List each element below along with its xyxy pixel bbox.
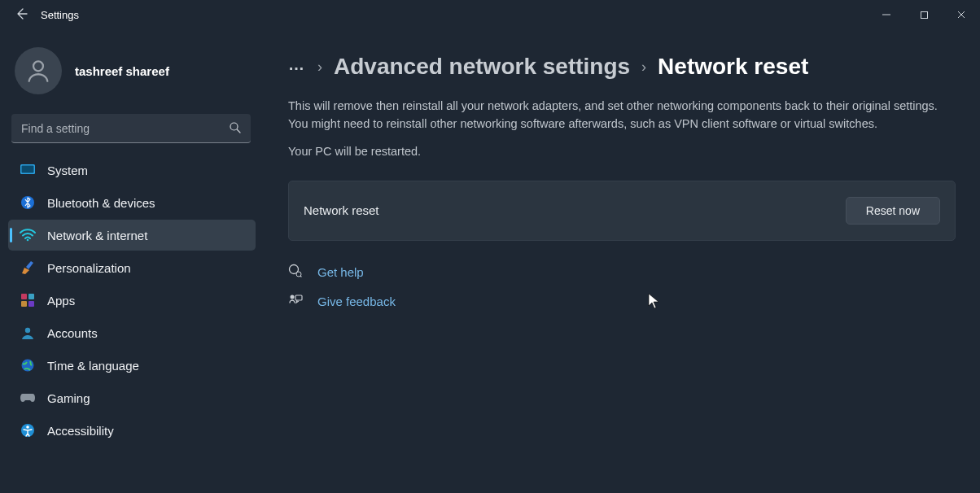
breadcrumb: … › Advanced network settings › Network … xyxy=(288,54,964,80)
window-controls xyxy=(868,0,980,29)
breadcrumb-more[interactable]: … xyxy=(288,55,306,79)
svg-point-18 xyxy=(26,425,29,429)
sidebar-item-apps[interactable]: Apps xyxy=(8,285,256,316)
minimize-button[interactable] xyxy=(868,0,905,29)
paintbrush-icon xyxy=(20,260,36,276)
sidebar-item-label: Gaming xyxy=(47,391,90,405)
chevron-right-icon: › xyxy=(317,59,322,76)
get-help-label[interactable]: Get help xyxy=(317,265,364,279)
description-text: This will remove then reinstall all your… xyxy=(288,98,956,133)
restart-note: Your PC will be restarted. xyxy=(288,145,964,158)
svg-rect-12 xyxy=(28,294,34,299)
svg-rect-13 xyxy=(21,301,27,307)
svg-point-21 xyxy=(296,272,301,277)
avatar xyxy=(15,47,62,94)
feedback-icon xyxy=(288,293,304,311)
svg-point-4 xyxy=(33,61,43,71)
svg-point-10 xyxy=(27,239,29,242)
back-button[interactable] xyxy=(7,7,36,23)
main-content: … › Advanced network settings › Network … xyxy=(260,29,980,493)
get-help-link[interactable]: Get help xyxy=(288,264,964,281)
sidebar-item-label: Bluetooth & devices xyxy=(47,196,155,210)
gamepad-icon xyxy=(20,390,36,406)
sidebar-item-system[interactable]: System xyxy=(8,155,256,185)
search-box[interactable] xyxy=(11,114,251,143)
person-icon xyxy=(24,57,52,85)
sidebar-item-personalization[interactable]: Personalization xyxy=(8,252,256,283)
svg-point-15 xyxy=(25,328,30,333)
card-label: Network reset xyxy=(304,203,379,217)
sidebar-item-gaming[interactable]: Gaming xyxy=(8,382,256,413)
svg-rect-1 xyxy=(921,11,927,18)
window-title: Settings xyxy=(41,9,79,21)
close-button[interactable] xyxy=(943,0,980,29)
svg-rect-23 xyxy=(295,295,302,300)
help-icon xyxy=(288,264,304,281)
wifi-icon xyxy=(20,227,36,243)
give-feedback-label[interactable]: Give feedback xyxy=(317,294,396,308)
reset-now-button[interactable]: Reset now xyxy=(846,197,940,225)
accounts-icon xyxy=(20,325,36,341)
svg-line-6 xyxy=(237,129,240,133)
svg-rect-14 xyxy=(28,301,34,307)
search-icon xyxy=(228,120,243,138)
svg-point-16 xyxy=(22,360,34,372)
sidebar-item-label: Personalization xyxy=(47,261,131,275)
sidebar: tashreef shareef System Bluetooth & devi… xyxy=(0,29,260,493)
sidebar-item-label: System xyxy=(47,164,88,177)
sidebar-item-label: Accessibility xyxy=(47,424,114,438)
accessibility-icon xyxy=(20,422,36,438)
search-input[interactable] xyxy=(11,114,251,143)
back-arrow-icon xyxy=(15,7,28,20)
network-reset-card: Network reset Reset now xyxy=(288,181,956,241)
sidebar-item-label: Accounts xyxy=(47,326,98,340)
nav-list: System Bluetooth & devices Network & int… xyxy=(8,155,256,446)
user-profile[interactable]: tashreef shareef xyxy=(8,37,256,114)
sidebar-item-label: Time & language xyxy=(47,359,139,373)
svg-rect-8 xyxy=(22,166,34,173)
title-bar: Settings xyxy=(0,0,980,29)
chevron-right-icon: › xyxy=(641,59,646,76)
svg-rect-11 xyxy=(21,294,27,299)
breadcrumb-previous[interactable]: Advanced network settings xyxy=(334,54,630,80)
sidebar-item-accounts[interactable]: Accounts xyxy=(8,317,256,348)
user-name: tashreef shareef xyxy=(75,64,169,78)
sidebar-item-bluetooth[interactable]: Bluetooth & devices xyxy=(8,187,256,218)
maximize-button[interactable] xyxy=(905,0,943,29)
bluetooth-icon xyxy=(20,194,36,211)
sidebar-item-network[interactable]: Network & internet xyxy=(8,220,256,251)
sidebar-item-label: Apps xyxy=(47,294,75,308)
sidebar-item-accessibility[interactable]: Accessibility xyxy=(8,415,256,446)
svg-point-5 xyxy=(230,123,238,130)
sidebar-item-time[interactable]: Time & language xyxy=(8,350,256,381)
apps-icon xyxy=(20,292,36,308)
page-title: Network reset xyxy=(658,54,808,80)
sidebar-item-label: Network & internet xyxy=(47,229,147,242)
globe-icon xyxy=(20,357,36,373)
display-icon xyxy=(20,162,36,178)
give-feedback-link[interactable]: Give feedback xyxy=(288,293,964,311)
svg-point-22 xyxy=(291,294,295,299)
